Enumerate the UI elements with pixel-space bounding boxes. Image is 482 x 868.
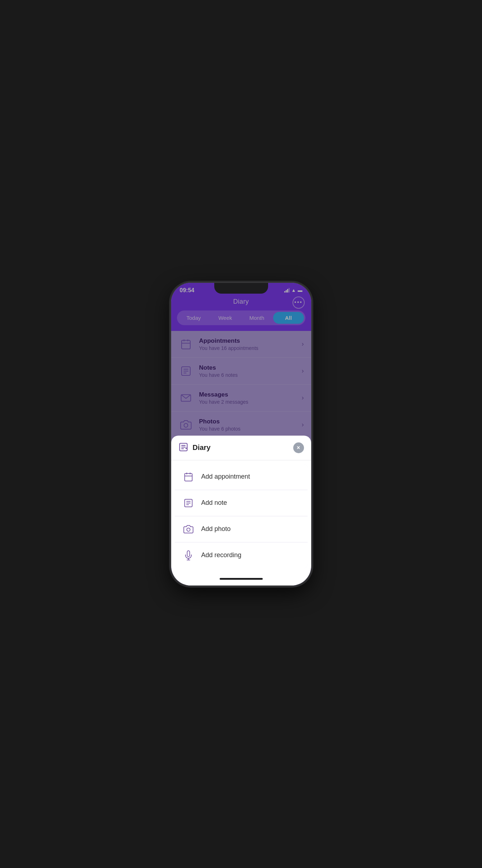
home-indicator — [171, 572, 311, 585]
home-bar — [220, 578, 263, 580]
close-icon: × — [297, 445, 300, 451]
add-recording-icon — [182, 549, 195, 562]
sheet-close-button[interactable]: × — [293, 442, 304, 453]
phone-frame: 09:54 ▲ ▬ Diary — [171, 283, 311, 585]
add-appointment-icon — [182, 470, 195, 483]
svg-point-24 — [187, 528, 190, 531]
add-note-label: Add note — [201, 499, 227, 507]
sheet-header-left: Diary — [178, 442, 211, 454]
add-recording-button[interactable]: Add recording — [175, 542, 308, 568]
add-appointment-button[interactable]: Add appointment — [175, 464, 308, 490]
add-recording-label: Add recording — [201, 551, 242, 559]
sheet-header: Diary × — [171, 436, 311, 460]
bottom-sheet: Diary × — [171, 436, 311, 585]
sheet-diary-icon — [178, 442, 188, 454]
screen: 09:54 ▲ ▬ Diary — [171, 283, 311, 585]
add-appointment-label: Add appointment — [201, 473, 250, 480]
sheet-title: Diary — [193, 444, 211, 452]
add-photo-button[interactable]: Add photo — [175, 516, 308, 542]
add-note-button[interactable]: Add note — [175, 490, 308, 516]
notch — [214, 283, 268, 294]
add-note-icon — [182, 497, 195, 509]
add-photo-icon — [182, 523, 195, 536]
svg-rect-16 — [184, 473, 192, 481]
add-photo-label: Add photo — [201, 525, 231, 533]
sheet-items: Add appointment Add note — [175, 464, 308, 568]
